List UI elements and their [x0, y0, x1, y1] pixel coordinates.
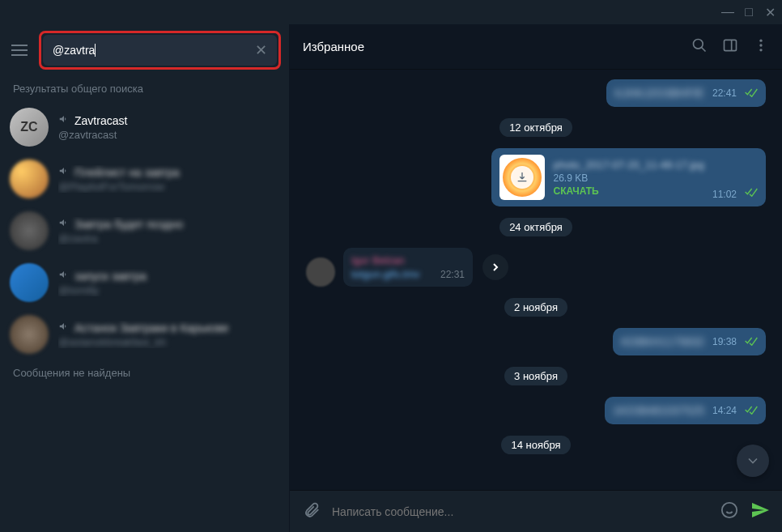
more-button[interactable] [753, 37, 769, 57]
read-checks-icon [745, 185, 758, 200]
message-out[interactable]: 1KD38481037525 14:24 [605, 397, 766, 424]
message-link[interactable]: totgun.gifs.tmv [351, 268, 424, 280]
attach-button[interactable] [303, 501, 321, 522]
file-thumbnail[interactable] [499, 155, 545, 200]
result-title: Завтра будет поздно [74, 218, 183, 231]
svg-point-2 [759, 39, 762, 41]
svg-point-0 [694, 39, 703, 49]
message-time: 19:38 [712, 336, 737, 347]
date-divider: 2 ноября [504, 298, 567, 317]
titlebar: — □ ✕ [0, 0, 782, 24]
sidebar-toggle-button[interactable] [722, 37, 738, 57]
svg-rect-1 [725, 40, 737, 50]
message-time: 22:31 [440, 269, 465, 280]
message-text: 1KD38481037525 [613, 404, 704, 417]
messages-list[interactable]: KJHKJ2O3BHFIE 22:41 12 октября photo_201… [290, 70, 782, 490]
search-result-item[interactable]: Плейлист на завтра @PlaylistForTomorrow [0, 153, 289, 205]
results-header: Результаты общего поиска [0, 76, 289, 101]
svg-point-5 [722, 502, 737, 517]
read-checks-icon [745, 334, 758, 349]
result-handle: @zavtracast [58, 129, 279, 141]
avatar: ZC [10, 108, 49, 147]
result-handle: @PlaylistForTomorrow [58, 181, 164, 193]
avatar [10, 211, 49, 250]
message-sender: Igor Belzan [351, 254, 465, 266]
message-out[interactable]: KJHKJ2O3BHFIE 22:41 [606, 79, 766, 107]
search-result-item[interactable]: ZC Zavtracast @zavtracast [0, 101, 289, 153]
result-handle: @zavtra [58, 232, 98, 245]
download-button[interactable]: СКАЧАТЬ [553, 185, 704, 197]
search-result-item[interactable]: Астанок Завтраки в Карькове @astanokbrea… [0, 309, 289, 360]
sidebar: @zavtra ✕ Результаты общего поиска ZC Za… [0, 24, 290, 532]
message-input[interactable] [332, 505, 709, 518]
result-title: Астанок Завтраки в Карькове [74, 321, 229, 334]
message-out-file[interactable]: photo_2017-07-20_11-48-17.jpg 26.9 KB СК… [491, 148, 766, 206]
result-title: Zavtracast [74, 114, 127, 127]
search-chat-button[interactable] [691, 37, 708, 57]
emoji-button[interactable] [720, 501, 738, 522]
avatar [306, 257, 335, 287]
composer [290, 490, 782, 532]
result-title: Плейлист на завтра [74, 166, 180, 179]
avatar [10, 263, 49, 302]
svg-point-4 [759, 49, 762, 51]
read-checks-icon [745, 403, 758, 418]
megaphone-icon [58, 217, 70, 231]
megaphone-icon [58, 269, 70, 283]
chat-header: Избранное [290, 24, 782, 70]
message-time: 22:41 [712, 87, 737, 99]
avatar [10, 315, 49, 354]
menu-button[interactable] [8, 39, 31, 62]
message-out[interactable]: KDBKH1175832 19:38 [613, 328, 766, 355]
message-text: KDBKH1175832 [621, 335, 704, 348]
svg-point-3 [759, 44, 762, 46]
message-time: 11:02 [712, 189, 737, 200]
date-divider: 12 октября [499, 118, 572, 137]
message-text: KJHKJ2O3BHFIE [614, 87, 703, 100]
no-messages-label: Сообщения не найдены [0, 360, 289, 385]
search-result-item[interactable]: запуск завтра @tomilly [0, 257, 289, 309]
result-handle: @tomilly [58, 284, 99, 296]
megaphone-icon [58, 165, 70, 179]
maximize-button[interactable]: □ [743, 6, 754, 18]
result-title: запуск завтра [74, 270, 147, 283]
forward-chevron-button[interactable] [482, 254, 508, 280]
date-divider: 14 ноября [501, 436, 570, 454]
scroll-down-button[interactable] [737, 445, 769, 477]
close-window-button[interactable]: ✕ [764, 6, 776, 18]
message-time: 14:24 [712, 405, 737, 416]
date-divider: 24 октября [499, 218, 572, 236]
result-handle: @astanokbreakfast_kh [58, 336, 166, 348]
megaphone-icon [58, 113, 70, 127]
search-highlight: @zavtra ✕ [39, 31, 281, 70]
clear-search-button[interactable]: ✕ [255, 41, 267, 59]
read-checks-icon [745, 86, 758, 100]
file-name: photo_2017-07-20_11-48-17.jpg [553, 159, 704, 171]
avatar [10, 160, 49, 198]
send-button[interactable] [750, 500, 769, 523]
search-result-item[interactable]: Завтра будет поздно @zavtra [0, 205, 289, 257]
file-size: 26.9 KB [553, 172, 704, 184]
chat-title: Избранное [303, 40, 691, 53]
message-in[interactable]: Igor Belzan totgun.gifs.tmv 22:31 [306, 248, 473, 287]
date-divider: 3 ноября [504, 367, 567, 385]
megaphone-icon [58, 321, 70, 334]
minimize-button[interactable]: — [722, 6, 733, 18]
search-input[interactable]: @zavtra [53, 44, 95, 57]
